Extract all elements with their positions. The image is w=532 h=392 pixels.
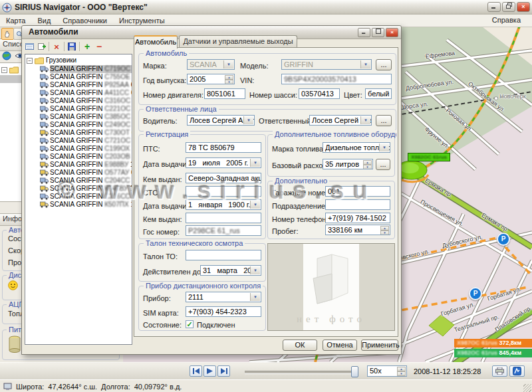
hand-icon	[4, 31, 11, 38]
empty-folder-icon	[309, 252, 356, 309]
tree-item-vehicle[interactable]: SCANIA GRIFFIN С249ОС 61rus	[25, 121, 132, 129]
garage-field[interactable]: 001	[325, 186, 390, 197]
tree-item-vehicle[interactable]: SCANIA GRIFFIN Е988ВУ 161rus	[25, 161, 132, 169]
apply-button[interactable]: Применить	[361, 340, 398, 351]
tree-item-vehicle[interactable]: SCANIA GRIFFIN С216СС 61rus	[25, 193, 132, 201]
skip-forward-button[interactable]	[217, 365, 230, 377]
remove-button[interactable]: −	[93, 41, 105, 52]
globe-icon[interactable]	[2, 51, 11, 62]
close-button[interactable]: ×	[517, 2, 530, 12]
pan-tool-button[interactable]	[1, 28, 14, 40]
phone-field[interactable]: +7(919) 784-1502	[325, 213, 390, 223]
skip-back-button[interactable]	[190, 365, 202, 377]
tree-item-vehicle[interactable]: SCANIA GRIFFIN К507ПХ 161rus	[25, 201, 132, 209]
plate-field[interactable]: Р298СЕ 61_rus	[186, 225, 261, 236]
tree-item-vehicle[interactable]: SCANIA GRIFFIN С755ОЕ 61rus	[25, 73, 132, 81]
sts-field[interactable]	[186, 186, 261, 197]
tree-item-vehicle[interactable]: SCANIA GRIFFIN С316ОС 61rus	[25, 97, 132, 105]
pts-field[interactable]: 78 ТС 850679	[186, 142, 261, 153]
responsible-ellipsis-button[interactable]: ...	[376, 115, 392, 126]
tree-item-vehicle[interactable]: SCANIA GRIFFIN С385ОС 61rus	[25, 113, 132, 121]
play-button[interactable]	[203, 365, 216, 377]
timeline-slider-track[interactable]	[245, 371, 358, 374]
menu-tools[interactable]: Инструменты	[113, 17, 171, 25]
engine-field[interactable]: 8051061	[204, 88, 245, 99]
tree-item-vehicle[interactable]: SCANIA GRIFFIN С203ОВ 61rus	[25, 153, 132, 161]
ticket-field[interactable]	[186, 250, 261, 260]
issue-date-picker[interactable]: 19 июля 2005 г.▼	[186, 157, 261, 168]
tree-item-vehicle[interactable]: SCANIA GRIFFIN О577АУ 61rus	[25, 169, 132, 177]
rate-ellipsis-button[interactable]: ...	[376, 159, 390, 170]
tree-item-vehicle[interactable]: SCANIA GRIFFIN С730ОТ 61rus	[25, 129, 132, 137]
model-ellipsis-button[interactable]: ...	[376, 59, 392, 70]
print-button[interactable]	[492, 365, 507, 377]
mileage-spinner[interactable]: 338166 км▲▼	[325, 225, 390, 235]
save-button[interactable]	[66, 41, 78, 52]
chassis-field[interactable]: 03570413	[299, 88, 340, 99]
spinner-arrows[interactable]: ▲▼	[397, 367, 406, 375]
brand-combo[interactable]: SCANIA▼	[187, 59, 235, 70]
dialog-minimize-button[interactable]	[358, 28, 370, 37]
driver-combo[interactable]: Лосев Сергей Анатольев▼	[187, 115, 255, 126]
menu-help[interactable]: Справка	[486, 16, 527, 24]
restore-button[interactable]	[502, 2, 515, 12]
add-button[interactable]: +	[81, 41, 93, 52]
fuel-type-label: Марка топлива:	[272, 145, 325, 153]
tree-item-vehicle[interactable]: SCANIA GRIFFIN С199ОХ 161rus	[25, 145, 132, 153]
base-rate-spinner[interactable]: 35 литров▲▼	[323, 159, 373, 169]
model-combo[interactable]: GRIFFIN▼	[281, 59, 372, 70]
responsible-combo[interactable]: Лосев Сергей Анатольев▼	[309, 115, 372, 126]
spinner-arrows[interactable]: ▲▼	[225, 75, 233, 83]
minimize-button[interactable]	[487, 2, 501, 12]
vehicle-tree[interactable]: − Грузовики SCANIA GRIFFIN С719ОС 61rusS…	[25, 54, 132, 345]
tree-item-vehicle[interactable]: SCANIA GRIFFIN С719ОС 61rus	[25, 65, 132, 73]
timeline-slider-thumb[interactable]	[351, 366, 358, 377]
collapse-icon[interactable]: −	[1, 67, 7, 73]
connected-checkbox[interactable]: ✓	[186, 320, 194, 328]
vehicle-tree-label: SCANIA GRIFFIN С730ОТ 61rus	[50, 129, 132, 137]
valid-until-picker[interactable]: 31 марта 2009 г.▼	[200, 265, 261, 276]
new-item-button[interactable]	[35, 41, 47, 52]
spinner-arrows[interactable]: ▲▼	[363, 160, 372, 168]
menu-view[interactable]: Вид	[31, 17, 57, 25]
issued-by2-field[interactable]	[186, 213, 261, 223]
tab-sensors[interactable]: Датчики и управляемые выходы	[179, 35, 297, 47]
map-vehicle-label[interactable]: Х982ОС 61rus	[408, 153, 450, 161]
issue-date2-picker[interactable]: 1 января 1900 г.▼	[186, 199, 261, 210]
group-title: Автомобиль	[144, 49, 189, 57]
dialog-close-button[interactable]: ×	[386, 28, 398, 37]
sim-field[interactable]: +7(903) 454-2323	[186, 306, 261, 317]
collapse-icon[interactable]: −	[27, 58, 33, 64]
map-mode-button[interactable]	[509, 365, 525, 377]
menu-map[interactable]: Карта	[0, 17, 31, 25]
ok-button[interactable]: ОК	[283, 340, 317, 351]
device-combo[interactable]: 2111▼	[186, 292, 261, 302]
issued-by-field[interactable]: Северо-Западная акцизная т	[186, 173, 261, 183]
year-spinner[interactable]: 2005▲▼	[187, 74, 235, 84]
card-view-button[interactable]	[23, 41, 35, 52]
vehicle-tree-label: SCANIA GRIFFIN Р925АА 61rus	[50, 81, 132, 89]
tree-item-vehicle[interactable]: SCANIA GRIFFIN К540ВУ 161rus	[25, 185, 132, 193]
fuel-type-combo[interactable]: Дизельное топливо▼	[323, 142, 390, 153]
tree-item-vehicle[interactable]: SCANIA GRIFFIN Р925АА 61rus	[25, 81, 132, 89]
truck-icon	[40, 177, 49, 184]
menu-directories[interactable]: Справочники	[57, 17, 113, 25]
delete-button[interactable]: ×	[51, 41, 63, 52]
speed-spinner[interactable]: 50x▲▼	[367, 365, 407, 377]
vin-field[interactable]: 9ВSР4Х20003570413	[281, 74, 392, 84]
resize-grip[interactable]	[523, 384, 531, 392]
tree-item-vehicle[interactable]: SCANIA GRIFFIN С204СС 61rus	[25, 177, 132, 185]
tree-item-vehicle[interactable]: SCANIA GRIFFIN С721ОС 61rus	[25, 137, 132, 145]
tree-root-trucks[interactable]: − Грузовики	[27, 56, 132, 64]
tree-item-vehicle[interactable]: SCANIA GRIFFIN А411СС 61rus	[25, 89, 132, 97]
connected-label: Подключен	[197, 321, 235, 329]
spinner-arrows[interactable]: ▲▼	[380, 226, 389, 234]
tab-vehicle[interactable]: Автомобиль	[134, 35, 178, 49]
color-field[interactable]: белый	[365, 88, 392, 99]
division-field[interactable]	[325, 199, 390, 210]
pts-label: ПТС:	[143, 145, 160, 153]
cancel-button[interactable]: Отмена	[323, 340, 357, 351]
dialog-maximize-button[interactable]	[372, 28, 384, 37]
group-title: Дополнительно	[273, 177, 329, 185]
tree-item-vehicle[interactable]: SCANIA GRIFFIN С221ОС 61rus	[25, 105, 132, 113]
